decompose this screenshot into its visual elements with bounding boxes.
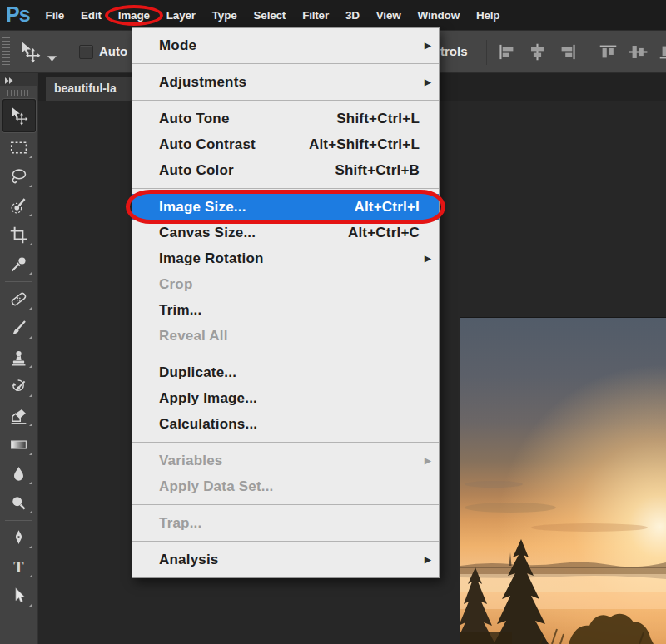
menu-item-trim[interactable]: Trim...: [132, 297, 439, 323]
menu-item-trap: Trap...: [132, 510, 439, 536]
menu-item-canvas-size[interactable]: Canvas Size...Alt+Ctrl+C: [132, 220, 439, 245]
brush-tool[interactable]: [2, 315, 36, 342]
eyedropper-tool[interactable]: [2, 250, 36, 278]
menu-separator: [132, 100, 439, 101]
tool-panel-grip[interactable]: [7, 90, 30, 96]
align-horizontal-centers-icon[interactable]: [528, 43, 547, 61]
align-icons: [498, 43, 666, 61]
menu-item-image-size[interactable]: Image Size...Alt+Ctrl+I: [132, 194, 439, 220]
menu-item-image-rotation[interactable]: Image Rotation▶: [132, 245, 439, 271]
menu-item-shortcut: Alt+Ctrl+C: [348, 225, 420, 241]
brush-icon: [9, 319, 28, 338]
blur-tool[interactable]: [2, 460, 36, 488]
dodge-icon: [9, 493, 28, 513]
show-transform-controls-label: trols: [440, 44, 468, 58]
menu-separator: [132, 188, 439, 189]
align-left-edges-icon[interactable]: [498, 43, 517, 61]
lasso-icon: [9, 167, 28, 186]
menu-item-label: Duplicate...: [159, 364, 430, 381]
lasso-tool[interactable]: [2, 163, 36, 191]
clone-stamp-tool[interactable]: [2, 344, 36, 371]
direct-selection-icon: [9, 587, 28, 606]
menu-item-auto-contrast[interactable]: Auto ContrastAlt+Shift+Ctrl+L: [132, 131, 439, 157]
quick-selection-tool[interactable]: [2, 192, 36, 220]
menubar: Ps FileEditImageLayerTypeSelectFilter3DV…: [0, 0, 666, 30]
menu-item-label: Image Size...: [159, 199, 354, 215]
menubar-item-help[interactable]: Help: [468, 9, 508, 22]
menubar-item-type[interactable]: Type: [204, 9, 246, 22]
align-bottom-edges-icon[interactable]: [659, 43, 666, 61]
menu-item-label: Apply Data Set...: [159, 478, 430, 495]
menu-item-label: Calculations...: [159, 416, 430, 433]
menu-item-mode[interactable]: Mode▶: [132, 32, 439, 58]
gradient-tool[interactable]: [2, 431, 36, 458]
menu-item-duplicate[interactable]: Duplicate...: [132, 359, 439, 385]
align-top-edges-icon[interactable]: [599, 43, 618, 61]
align-bottom-edges-icon: [659, 43, 666, 61]
align-right-edges-icon[interactable]: [558, 43, 577, 61]
submenu-arrow-icon: ▶: [425, 254, 431, 263]
menu-item-label: Trim...: [159, 302, 430, 319]
menu-item-analysis[interactable]: Analysis▶: [132, 547, 439, 572]
menu-item-reveal-all: Reveal All: [132, 323, 439, 349]
pen-tool[interactable]: [2, 524, 36, 552]
menu-separator: [132, 504, 439, 505]
menu-item-auto-color[interactable]: Auto ColorShift+Ctrl+B: [132, 157, 439, 183]
auto-select-label: Auto: [99, 44, 127, 58]
menubar-item-layer[interactable]: Layer: [158, 9, 204, 22]
eraser-tool[interactable]: [2, 402, 36, 429]
menubar-item-edit[interactable]: Edit: [72, 9, 110, 22]
menubar-item-select[interactable]: Select: [246, 9, 295, 22]
blur-icon: [9, 464, 28, 483]
sunset-photo: [460, 318, 666, 644]
submenu-arrow-icon: ▶: [425, 41, 431, 50]
tool-panel-header[interactable]: [0, 73, 37, 86]
move-tool[interactable]: [2, 99, 36, 132]
tool-separator: [5, 520, 32, 521]
menu-item-label: Adjustments: [159, 74, 430, 91]
move-tool-icon: [9, 107, 28, 126]
align-top-edges-icon: [599, 43, 618, 61]
menu-item-label: Mode: [159, 37, 430, 54]
double-arrow-icon: [4, 77, 14, 85]
direct-selection-tool[interactable]: [2, 582, 36, 610]
crop-tool[interactable]: [2, 221, 36, 249]
align-vertical-centers-icon[interactable]: [629, 43, 648, 61]
menubar-items: FileEditImageLayerTypeSelectFilter3DView…: [37, 9, 509, 22]
menu-item-shortcut: Shift+Ctrl+B: [335, 162, 420, 179]
menu-item-variables: Variables▶: [132, 448, 439, 473]
tool-list: T: [0, 99, 37, 610]
document-tab-title: beautiful-la: [54, 82, 117, 95]
sunset-photo-silhouettes: [460, 318, 666, 644]
rectangular-marquee-tool[interactable]: [2, 134, 36, 161]
menu-item-label: Variables: [159, 453, 430, 469]
menubar-item-image[interactable]: Image: [110, 9, 158, 22]
menubar-item-window[interactable]: Window: [410, 9, 468, 22]
history-brush-tool[interactable]: [2, 373, 36, 400]
menu-item-label: Apply Image...: [159, 390, 430, 407]
menubar-item-view[interactable]: View: [368, 9, 410, 22]
type-tool[interactable]: T: [2, 553, 36, 581]
options-bar-grip[interactable]: [2, 37, 10, 67]
align-vertical-centers-icon: [629, 43, 648, 61]
menu-item-calculations[interactable]: Calculations...: [132, 411, 439, 437]
image-menu: Mode▶Adjustments▶Auto ToneShift+Ctrl+LAu…: [132, 27, 440, 578]
menu-item-shortcut: Alt+Shift+Ctrl+L: [309, 136, 420, 153]
auto-select-checkbox[interactable]: [79, 45, 93, 59]
double-arrow-icon: [4, 73, 14, 87]
caret-down-icon[interactable]: [47, 50, 57, 56]
menubar-item-file[interactable]: File: [37, 9, 72, 22]
menu-item-apply-data-set: Apply Data Set...: [132, 473, 439, 499]
menu-item-adjustments[interactable]: Adjustments▶: [132, 69, 439, 95]
menubar-item-filter[interactable]: Filter: [294, 9, 337, 22]
healing-brush-tool[interactable]: [2, 285, 36, 313]
dodge-tool[interactable]: [2, 489, 36, 517]
menu-separator: [132, 63, 439, 64]
menu-item-auto-tone[interactable]: Auto ToneShift+Ctrl+L: [132, 106, 439, 131]
menu-item-apply-image[interactable]: Apply Image...: [132, 385, 439, 411]
healing-brush-icon: [9, 290, 28, 309]
document-tab[interactable]: beautiful-la: [46, 77, 146, 101]
history-brush-icon: [9, 377, 28, 396]
menubar-item-3d[interactable]: 3D: [337, 9, 368, 22]
align-left-edges-icon: [498, 43, 517, 61]
